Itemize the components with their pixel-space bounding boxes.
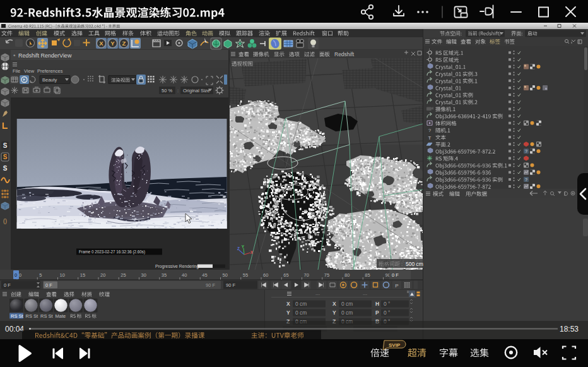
svg-text:S: S: [3, 153, 8, 160]
svg-text:35: 35: [162, 272, 167, 278]
svg-text:60: 60: [263, 272, 268, 278]
svg-text:Preferences: Preferences: [37, 68, 63, 74]
svg-text:0: 0: [19, 272, 21, 278]
svg-text:40: 40: [182, 272, 187, 278]
svg-text:?: ?: [525, 177, 527, 182]
svg-text:80: 80: [344, 272, 350, 278]
svg-text:10: 10: [60, 272, 65, 278]
svg-text:0 °: 0 °: [384, 310, 391, 316]
svg-text:30: 30: [141, 272, 146, 278]
svg-text:S: S: [3, 165, 8, 172]
svg-text:P: P: [395, 283, 398, 289]
svg-text:Redshift: Redshift: [334, 51, 355, 57]
svg-text:85: 85: [365, 272, 370, 278]
svg-text::: :: [177, 88, 179, 93]
svg-text:500 cm: 500 cm: [406, 261, 423, 267]
svg-text:50: 50: [223, 272, 228, 278]
svg-text:File: File: [13, 68, 20, 74]
svg-text:?: ?: [428, 128, 432, 133]
svg-text:0 cm: 0 cm: [295, 301, 307, 307]
svg-text:Original Size: Original Size: [183, 88, 210, 93]
svg-text:0 cm: 0 cm: [341, 310, 353, 316]
svg-text:---: ---: [315, 292, 320, 296]
svg-text:25: 25: [121, 272, 126, 278]
svg-text:---: ---: [363, 292, 368, 296]
svg-text:55: 55: [243, 272, 248, 278]
svg-text:Beauty: Beauty: [42, 77, 57, 83]
svg-text:*: *: [13, 53, 16, 59]
svg-text:Progressive Rendering: Progressive Rendering: [155, 264, 199, 269]
svg-text:20: 20: [100, 272, 105, 278]
svg-text:?: ?: [525, 149, 527, 153]
svg-text:T: T: [428, 135, 432, 141]
svg-text:P: P: [375, 310, 379, 316]
svg-text:45: 45: [202, 272, 207, 278]
svg-text:RS St: RS St: [26, 313, 39, 319]
svg-text:RS St: RS St: [11, 313, 24, 319]
svg-text:X: X: [332, 301, 336, 307]
svg-text:0 cm: 0 cm: [295, 310, 307, 316]
svg-text:0 F: 0 F: [392, 272, 399, 278]
svg-text:Y: Y: [110, 40, 115, 47]
svg-text:0: 0: [15, 272, 17, 278]
svg-text:Frame 0 2023-02-27 16:32:: Frame 0 2023-02-27 16:32:36 (2.60s): [79, 250, 145, 255]
svg-text:65: 65: [283, 272, 288, 278]
svg-text:Redshift RenderView: Redshift RenderView: [18, 52, 72, 59]
svg-text:50 %: 50 %: [162, 88, 172, 93]
svg-text:0 F: 0 F: [45, 282, 52, 288]
svg-text:X: X: [250, 250, 254, 255]
svg-text:Y: Y: [286, 310, 290, 316]
svg-text:90 F: 90 F: [226, 282, 235, 288]
svg-text:SVIP: SVIP: [389, 342, 401, 348]
svg-text:15: 15: [80, 272, 85, 278]
svg-text:RS St: RS St: [40, 313, 54, 319]
svg-text:18:53: 18:53: [560, 325, 579, 334]
svg-text:0 °: 0 °: [384, 301, 391, 307]
svg-text:Mate: Mate: [56, 313, 66, 319]
svg-text:0 cm: 0 cm: [341, 301, 353, 307]
svg-text:Y: Y: [242, 244, 245, 249]
svg-text:S: S: [3, 142, 8, 149]
svg-text:View: View: [24, 68, 35, 74]
svg-text:5: 5: [39, 272, 42, 278]
svg-text:Y: Y: [332, 310, 336, 316]
svg-text:Z: Z: [237, 246, 240, 251]
svg-text:75: 75: [324, 272, 329, 278]
svg-text:(): (): [3, 218, 7, 224]
svg-text:Z: Z: [122, 40, 126, 47]
svg-text:H: H: [375, 301, 379, 307]
svg-text:0 F: 0 F: [4, 282, 11, 288]
svg-text:X: X: [99, 40, 103, 47]
svg-text:90 F: 90 F: [206, 282, 215, 288]
svg-text:70: 70: [304, 272, 309, 278]
svg-text:X: X: [286, 301, 290, 307]
svg-text:00:04: 00:04: [5, 325, 24, 334]
